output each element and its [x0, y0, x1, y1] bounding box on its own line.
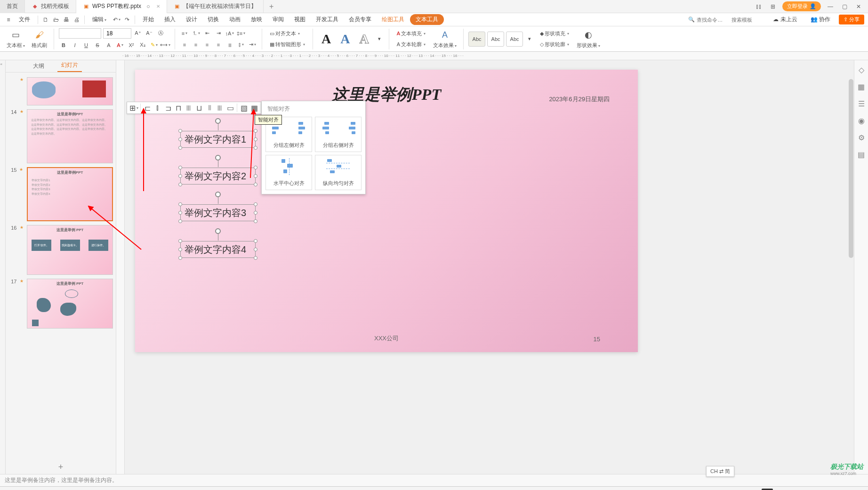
- para-spacing-button[interactable]: ‡: [236, 40, 246, 49]
- align-right-button[interactable]: ≡: [202, 40, 212, 49]
- align-justify-button[interactable]: ≡: [214, 40, 223, 49]
- menu-slideshow[interactable]: 放映: [246, 14, 267, 25]
- format-painter-button[interactable]: 🖌 格式刷: [30, 29, 49, 49]
- shape-fill-button[interactable]: ◆ 形状填充: [537, 29, 572, 38]
- decrease-font-icon[interactable]: A⁻: [145, 29, 154, 38]
- login-button[interactable]: 立即登录 👤: [782, 1, 821, 11]
- slide-thumb-17[interactable]: 17★ 这里是举例 PPT: [6, 277, 116, 330]
- align-middle-icon[interactable]: ⫼: [184, 103, 193, 112]
- bullets-button[interactable]: ≡: [180, 29, 189, 38]
- rs-icon-1[interactable]: ◇: [857, 65, 866, 74]
- search-command[interactable]: 🔍: [688, 16, 764, 23]
- search-command-input[interactable]: [697, 17, 730, 23]
- align-center-icon[interactable]: ⫿: [153, 103, 162, 112]
- add-tab-button[interactable]: +: [264, 2, 279, 11]
- menu-design[interactable]: 设计: [181, 14, 202, 25]
- textbox-2[interactable]: 举例文字内容2: [180, 168, 256, 185]
- menu-review[interactable]: 审阅: [268, 14, 289, 25]
- redo-icon[interactable]: ↷: [122, 15, 132, 24]
- align-left-icon[interactable]: ⊏: [143, 103, 152, 112]
- increase-font-icon[interactable]: A⁺: [133, 29, 143, 38]
- rs-icon-4[interactable]: ◉: [857, 116, 866, 125]
- rotation-handle[interactable]: [215, 228, 221, 234]
- rs-icon-5[interactable]: ⚙: [857, 133, 866, 142]
- shape-style-more-icon[interactable]: ▾: [525, 34, 534, 44]
- align-center-button[interactable]: ≡: [191, 40, 201, 49]
- align-text-button[interactable]: ▭ 对齐文本: [267, 29, 308, 38]
- menu-drawing-tools[interactable]: 绘图工具: [377, 14, 409, 25]
- shape-outline-button[interactable]: ◇ 形状轮廓: [537, 40, 572, 49]
- align-left-button[interactable]: ≡: [180, 40, 189, 49]
- vertical-scrollbar[interactable]: [848, 60, 854, 461]
- slide-thumb-16[interactable]: 16★ 这里是举例 PPT 打开 软件。 找到选项卡。 进行操作。: [6, 223, 116, 277]
- slide-list[interactable]: ★ 14★ 这里是举例PPT 这是举例文本内容。这是举例文本内容。这是举例文本内…: [6, 72, 116, 460]
- add-slide-button[interactable]: +: [6, 460, 116, 474]
- menu-view[interactable]: 视图: [289, 14, 310, 25]
- tab-doc-3[interactable]: ▣ 【端午狂欢祝福浓情满节日】: [167, 0, 264, 13]
- new-icon[interactable]: 🗋: [41, 15, 50, 24]
- superscript-button[interactable]: X²: [127, 40, 136, 50]
- font-name-select[interactable]: [59, 28, 101, 39]
- save-icon[interactable]: 🖶: [62, 15, 71, 24]
- shape-effect-button[interactable]: ◐ 形状效果: [575, 29, 602, 49]
- indent-dec-button[interactable]: ⇤: [202, 29, 212, 38]
- shape-style-2[interactable]: Abc: [487, 32, 504, 47]
- close-window-icon[interactable]: ✕: [854, 2, 863, 11]
- menu-icon[interactable]: ≡: [4, 15, 13, 24]
- tab-template[interactable]: ◆ 找稻壳模板: [25, 0, 76, 13]
- tab-button[interactable]: ⇥: [248, 40, 257, 49]
- columns-button[interactable]: ⫼: [225, 40, 234, 49]
- font-color-button[interactable]: A: [115, 40, 125, 50]
- menu-devtools[interactable]: 开发工具: [311, 14, 343, 25]
- layout-icon[interactable]: ⫿⫿: [754, 2, 764, 11]
- coop-button[interactable]: 👥 协作: [806, 14, 835, 25]
- maximize-icon[interactable]: ▢: [840, 2, 849, 11]
- group-icon[interactable]: ⊞: [129, 103, 138, 112]
- open-icon[interactable]: 🗁: [51, 15, 61, 24]
- align-horizontal-center[interactable]: 水平中心对齐: [265, 155, 312, 190]
- textbox-4[interactable]: 举例文字内容4: [180, 241, 256, 258]
- text-style-1[interactable]: A: [318, 32, 335, 47]
- rs-icon-6[interactable]: ▤: [857, 150, 866, 159]
- subscript-button[interactable]: X₂: [138, 40, 147, 50]
- numbering-button[interactable]: ⒈: [191, 29, 201, 38]
- italic-button[interactable]: I: [70, 40, 80, 50]
- rs-icon-2[interactable]: ▦: [857, 82, 866, 91]
- align-top-icon[interactable]: ⊓: [174, 103, 183, 112]
- text-direction-button[interactable]: ↕A: [225, 29, 234, 38]
- menu-transition[interactable]: 切换: [203, 14, 224, 25]
- distribute-h-icon[interactable]: ⫴: [205, 103, 214, 112]
- distribute-v-icon[interactable]: ⫼: [215, 103, 225, 112]
- print-icon[interactable]: 🖨: [72, 15, 81, 24]
- notes-area[interactable]: 这里是举例备注内容，这里是举例备注内容。: [0, 474, 868, 486]
- outline-tab[interactable]: 大纲: [29, 60, 48, 72]
- rotation-handle[interactable]: [215, 192, 221, 197]
- shape-style-3[interactable]: Abc: [506, 32, 523, 47]
- slide-thumb-13[interactable]: ★: [6, 75, 116, 107]
- close-icon[interactable]: ✕: [156, 4, 160, 9]
- textbox-1[interactable]: 举例文字内容1: [180, 131, 256, 148]
- menu-text-tools[interactable]: 文本工具: [410, 14, 444, 25]
- align-bottom-icon[interactable]: ⊔: [194, 103, 204, 112]
- smart-align-icon[interactable]: ▦: [249, 103, 259, 112]
- menu-animation[interactable]: 动画: [225, 14, 245, 25]
- minimize-icon[interactable]: —: [826, 2, 835, 11]
- textbox-button[interactable]: ▭ 文本框: [5, 29, 27, 49]
- share-button[interactable]: ⇪分享: [839, 15, 864, 24]
- char-spacing-button[interactable]: ⟷: [161, 40, 170, 50]
- indent-inc-button[interactable]: ⇥: [214, 29, 223, 38]
- rotation-handle[interactable]: [215, 155, 221, 161]
- align-group-right[interactable]: 分组右侧对齐: [315, 117, 362, 152]
- bold-button[interactable]: B: [59, 40, 68, 50]
- format-icon[interactable]: ▧: [239, 103, 249, 112]
- edit-menu[interactable]: 编辑: [88, 14, 111, 25]
- menu-start[interactable]: 开始: [138, 14, 159, 25]
- style-more-icon[interactable]: ▾: [375, 34, 384, 44]
- font-size-select[interactable]: 18: [103, 28, 131, 39]
- shadow-button[interactable]: A: [104, 40, 113, 50]
- apps-icon[interactable]: ⊞: [768, 2, 778, 11]
- textbox-3[interactable]: 举例文字内容3: [180, 204, 256, 221]
- slideshow-button[interactable]: ▶: [762, 489, 773, 490]
- align-vertical-distribute[interactable]: 纵向均匀对齐: [315, 155, 362, 190]
- slides-tab[interactable]: 幻灯片: [57, 59, 82, 72]
